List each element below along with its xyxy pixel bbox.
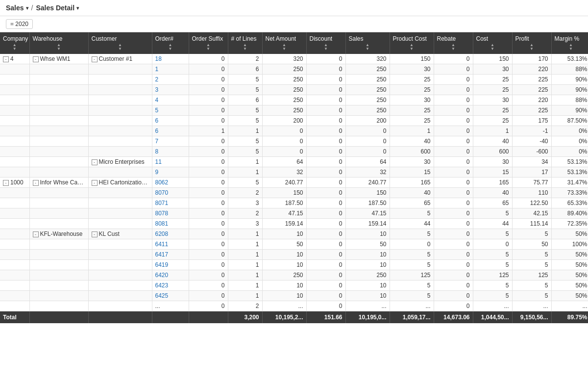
col-margin-sort[interactable]: ▲ ▼ [555, 43, 588, 51]
cell-order[interactable]: 9 [152, 167, 189, 178]
col-rebate-sort[interactable]: ▲ ▼ [437, 43, 470, 51]
group-expand-icon[interactable]: - [92, 231, 98, 237]
cell-order[interactable]: 4 [152, 95, 189, 105]
order-link[interactable]: 8 [155, 148, 159, 155]
col-prodcost-sort[interactable]: ▲ ▼ [393, 43, 431, 51]
col-header-lines[interactable]: # of Lines ▲ ▼ [228, 32, 262, 54]
cell-order[interactable]: 6 [152, 126, 189, 136]
cell-order[interactable]: 8070 [152, 188, 189, 198]
sort-down[interactable]: ▼ [282, 47, 286, 51]
sort-down[interactable]: ▼ [243, 47, 247, 51]
order-link[interactable]: 6419 [155, 261, 169, 268]
cell-order[interactable]: 5 [152, 105, 189, 116]
group-expand-icon[interactable]: - [33, 180, 39, 186]
col-header-customer[interactable]: Customer ▲ ▼ [88, 32, 152, 54]
cell-order[interactable]: 6425 [152, 291, 189, 301]
sort-down[interactable]: ▼ [13, 47, 17, 51]
breadcrumb-current-arrow[interactable]: ▾ [76, 5, 79, 11]
col-header-prodcost[interactable]: Product Cost ▲ ▼ [390, 32, 434, 54]
sort-down[interactable]: ▼ [490, 47, 494, 51]
order-link[interactable]: 4 [155, 97, 159, 103]
col-header-net[interactable]: Net Amount ▲ ▼ [262, 32, 306, 54]
col-profit-sort[interactable]: ▲ ▼ [515, 43, 548, 51]
col-header-rebate[interactable]: Rebate ▲ ▼ [434, 32, 473, 54]
order-link[interactable]: 8081 [155, 220, 169, 227]
col-order-sort[interactable]: ▲ ▼ [155, 43, 186, 51]
col-lines-sort[interactable]: ▲ ▼ [231, 43, 259, 51]
col-discount-sort[interactable]: ▲ ▼ [310, 43, 343, 51]
col-net-sort[interactable]: ▲ ▼ [266, 43, 303, 51]
breadcrumb-parent[interactable]: Sales ▾ [6, 4, 28, 12]
cell-order[interactable]: 8078 [152, 208, 189, 219]
group-expand-icon[interactable]: - [3, 180, 9, 186]
cell-order[interactable]: 6 [152, 116, 189, 126]
group-expand-icon[interactable]: - [92, 159, 98, 165]
order-link[interactable]: 6417 [155, 251, 169, 258]
order-link[interactable]: 7 [155, 138, 159, 145]
col-header-sales[interactable]: Sales ▲ ▼ [345, 32, 390, 54]
sort-down[interactable]: ▼ [57, 47, 61, 51]
col-customer-sort[interactable]: ▲ ▼ [92, 43, 149, 51]
order-link[interactable]: 3 [155, 86, 159, 93]
order-link[interactable]: 6208 [155, 230, 169, 237]
order-link[interactable]: 6425 [155, 292, 169, 299]
sort-down[interactable]: ▼ [324, 47, 328, 51]
cell-order[interactable]: ... [152, 301, 189, 311]
order-link[interactable]: 6411 [155, 241, 169, 248]
sort-down[interactable]: ▼ [366, 47, 369, 51]
breadcrumb-parent-arrow[interactable]: ▾ [26, 5, 28, 11]
group-expand-icon[interactable]: - [33, 56, 39, 62]
col-header-profit[interactable]: Profit ▲ ▼ [512, 32, 551, 54]
order-link[interactable]: 5 [155, 107, 159, 114]
cell-order[interactable]: 18 [152, 54, 189, 64]
cell-order[interactable]: 1 [152, 64, 189, 75]
group-expand-icon[interactable]: - [92, 180, 98, 186]
sort-down[interactable]: ▼ [451, 47, 455, 51]
sort-down[interactable]: ▼ [410, 47, 414, 51]
col-header-margin[interactable]: Margin % ▲ ▼ [551, 32, 588, 54]
sort-down[interactable]: ▼ [530, 47, 534, 51]
col-header-company[interactable]: Company ▲ ▼ [0, 32, 29, 54]
col-warehouse-sort[interactable]: ▲ ▼ [33, 43, 85, 51]
col-header-suffix[interactable]: Order Suffix ▲ ▼ [189, 32, 228, 54]
sort-down[interactable]: ▼ [569, 47, 573, 51]
order-link[interactable]: 2 [155, 76, 159, 83]
filter-badge[interactable]: = 2020 [6, 19, 33, 29]
breadcrumb-current[interactable]: Sales Detail ▾ [36, 4, 79, 12]
cell-order[interactable]: 3 [152, 85, 189, 95]
order-link[interactable]: 6420 [155, 272, 169, 279]
cell-order[interactable]: 6423 [152, 281, 189, 291]
cell-order[interactable]: 6411 [152, 239, 189, 250]
group-expand-icon[interactable]: - [92, 56, 98, 62]
cell-order[interactable]: 6420 [152, 270, 189, 281]
order-link[interactable]: 8078 [155, 210, 169, 217]
order-link[interactable]: 18 [155, 55, 162, 62]
cell-order[interactable]: 2 [152, 75, 189, 85]
order-link[interactable]: 9 [155, 169, 159, 176]
order-link[interactable]: 8070 [155, 189, 169, 196]
cell-order[interactable]: 8081 [152, 219, 189, 229]
col-header-discount[interactable]: Discount ▲ ▼ [306, 32, 345, 54]
sort-down[interactable]: ▼ [206, 47, 210, 51]
group-expand-icon[interactable]: - [33, 231, 39, 237]
col-suffix-sort[interactable]: ▲ ▼ [192, 43, 225, 51]
col-sales-sort[interactable]: ▲ ▼ [349, 43, 387, 51]
col-cost-sort[interactable]: ▲ ▼ [476, 43, 509, 51]
cell-order[interactable]: 7 [152, 136, 189, 147]
group-expand-icon[interactable]: - [3, 56, 9, 62]
order-link[interactable]: 8071 [155, 200, 169, 206]
cell-order[interactable]: 8062 [152, 178, 189, 188]
order-link[interactable]: 6 [155, 117, 159, 124]
col-header-order[interactable]: Order# ▲ ▼ [152, 32, 189, 54]
sort-down[interactable]: ▼ [118, 47, 122, 51]
cell-order[interactable]: 6419 [152, 260, 189, 270]
order-link[interactable]: 8062 [155, 179, 169, 186]
col-header-warehouse[interactable]: Warehouse ▲ ▼ [29, 32, 88, 54]
order-link[interactable]: 6 [155, 128, 159, 134]
cell-order[interactable]: 6208 [152, 229, 189, 239]
col-company-sort[interactable]: ▲ ▼ [3, 43, 26, 51]
sort-down[interactable]: ▼ [169, 47, 172, 51]
cell-order[interactable]: 8071 [152, 198, 189, 208]
order-link[interactable]: 1 [155, 66, 159, 73]
cell-order[interactable]: 11 [152, 157, 189, 167]
